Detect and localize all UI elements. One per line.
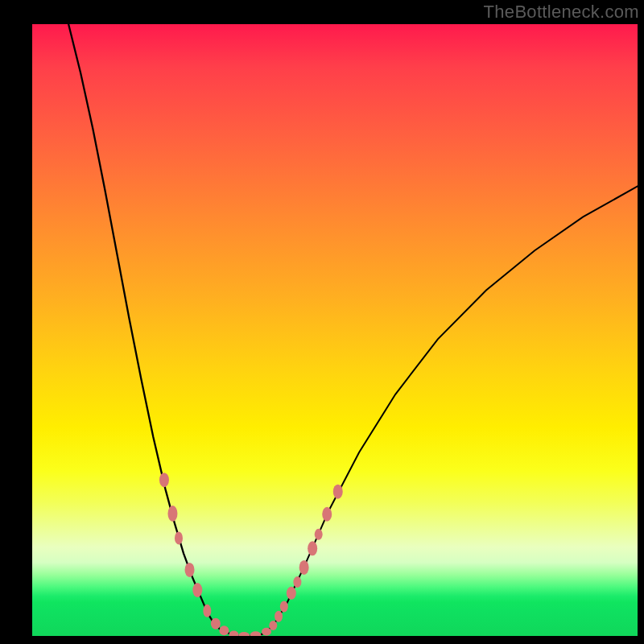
marker-left-6 [211,618,221,630]
marker-left-3 [185,563,195,577]
marker-right-6 [308,541,317,555]
marker-left-0 [159,473,169,487]
marker-bottom-1 [238,632,250,636]
marker-left-1 [167,506,177,522]
plot-area [32,24,638,636]
marker-right-8 [322,507,332,522]
marker-left-2 [175,531,183,544]
marker-left-5 [203,605,211,617]
chart-container: TheBottleneck.com [0,0,644,644]
marker-right-1 [275,611,283,622]
data-markers [159,473,343,636]
marker-right-7 [315,529,323,540]
watermark-link[interactable]: TheBottleneck.com [484,2,639,22]
marker-left-7 [219,625,229,635]
marker-bottom-2 [250,631,261,636]
marker-right-4 [293,576,301,588]
marker-bottom-3 [262,628,271,636]
marker-right-3 [287,587,296,600]
chart-svg [32,24,638,636]
marker-left-4 [192,583,202,597]
marker-right-0 [269,621,277,630]
marker-right-2 [280,601,288,613]
bottleneck-curve-right [275,186,638,623]
watermark[interactable]: TheBottleneck.com [484,2,639,23]
marker-bottom-0 [229,630,238,636]
marker-right-9 [333,485,343,499]
bottleneck-curve-left [68,24,226,632]
marker-right-5 [299,560,309,575]
